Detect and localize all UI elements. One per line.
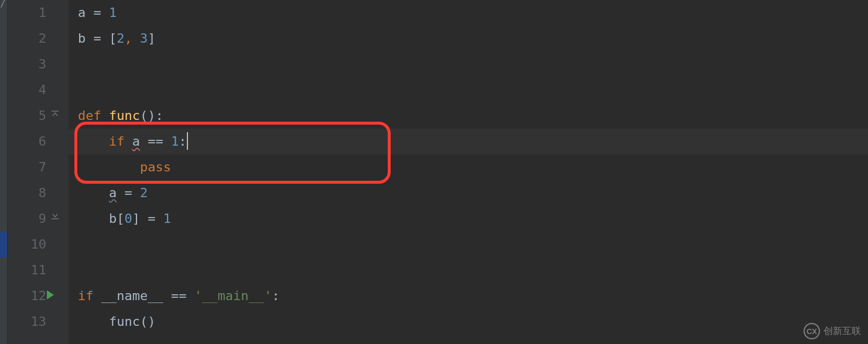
- function-name: func: [109, 108, 140, 123]
- number-literal: 2: [140, 185, 148, 200]
- run-gutter-icon[interactable]: [45, 289, 56, 304]
- variable-b: b: [78, 31, 86, 46]
- line-number: 7: [8, 154, 69, 180]
- variable-a: a: [78, 5, 86, 20]
- space: [101, 108, 109, 123]
- line-number: 10: [8, 232, 69, 257]
- keyword-pass: pass: [140, 160, 171, 174]
- number-literal: 1: [109, 5, 117, 20]
- number-literal: 1: [163, 211, 171, 226]
- close-bracket-assign: ] =: [132, 211, 163, 226]
- number-literal: 3: [140, 31, 148, 46]
- code-line[interactable]: b[0] = 1: [69, 206, 171, 232]
- active-line-highlight: [69, 129, 868, 154]
- number-literal: 2: [117, 31, 124, 46]
- fold-expand-icon[interactable]: [51, 212, 61, 222]
- code-line[interactable]: if __name__ == '__main__':: [69, 283, 279, 309]
- space: [124, 134, 132, 149]
- line-number: 11: [8, 257, 69, 283]
- variable-a-hint: a: [109, 185, 117, 200]
- assign-op: =: [117, 185, 140, 200]
- text-caret: [187, 132, 188, 150]
- watermark-text: 创新互联: [823, 325, 861, 338]
- assign-op: =: [86, 5, 109, 20]
- variable-a-warn: a: [132, 134, 140, 149]
- keyword-if: if: [78, 288, 94, 303]
- keyword-def: def: [78, 108, 101, 123]
- code-line[interactable]: func(): [69, 309, 155, 335]
- number-literal: 0: [124, 211, 132, 226]
- line-number: 4: [8, 77, 69, 103]
- watermark: CX 创新互联: [804, 323, 861, 339]
- colon: :: [272, 288, 279, 303]
- code-area[interactable]: a = 1 b = [2, 3] def func(): if a == 1: …: [69, 0, 868, 344]
- watermark-logo-icon: CX: [804, 323, 820, 339]
- function-call: func: [109, 314, 140, 329]
- line-number: 8: [8, 180, 69, 206]
- assign-bracket: = [: [86, 31, 117, 46]
- line-number: 6: [8, 129, 69, 154]
- gutter-highlight: [0, 232, 7, 257]
- open-bracket: [: [117, 211, 124, 226]
- comma: ,: [124, 31, 140, 46]
- string-literal: '__main__': [194, 288, 272, 303]
- code-line[interactable]: if a == 1:: [69, 129, 188, 154]
- line-number: 3: [8, 51, 69, 77]
- paren: (): [140, 314, 156, 329]
- code-line[interactable]: pass: [69, 154, 171, 180]
- close-bracket: ]: [148, 31, 155, 46]
- line-number: 12: [8, 283, 69, 309]
- code-line[interactable]: a = 1: [69, 0, 117, 26]
- colon: :: [179, 134, 186, 149]
- code-line[interactable]: def func():: [69, 103, 163, 129]
- keyword-if: if: [109, 134, 125, 149]
- number-literal: 1: [171, 134, 179, 149]
- line-number: 1: [8, 0, 69, 26]
- eq-op: ==: [140, 134, 171, 149]
- tab-edge: /: [0, 0, 7, 8]
- space: [94, 288, 101, 303]
- line-number: 2: [8, 26, 69, 51]
- code-editor[interactable]: / 1 2 3 4 5 6 7 8 9 10 11 12 13: [0, 0, 868, 344]
- line-number: 13: [8, 309, 69, 335]
- dunder-name: __name__: [101, 288, 163, 303]
- paren-colon: ():: [140, 108, 163, 123]
- editor-left-strip: /: [0, 0, 8, 344]
- fold-collapse-icon[interactable]: [51, 109, 61, 120]
- gutter[interactable]: 1 2 3 4 5 6 7 8 9 10 11 12 13: [8, 0, 69, 344]
- code-line[interactable]: a = 2: [69, 180, 148, 206]
- line-numbers: 1 2 3 4 5 6 7 8 9 10 11 12 13: [8, 0, 69, 335]
- eq-op: ==: [163, 288, 194, 303]
- variable-b: b: [109, 211, 117, 226]
- code-line[interactable]: b = [2, 3]: [69, 26, 155, 51]
